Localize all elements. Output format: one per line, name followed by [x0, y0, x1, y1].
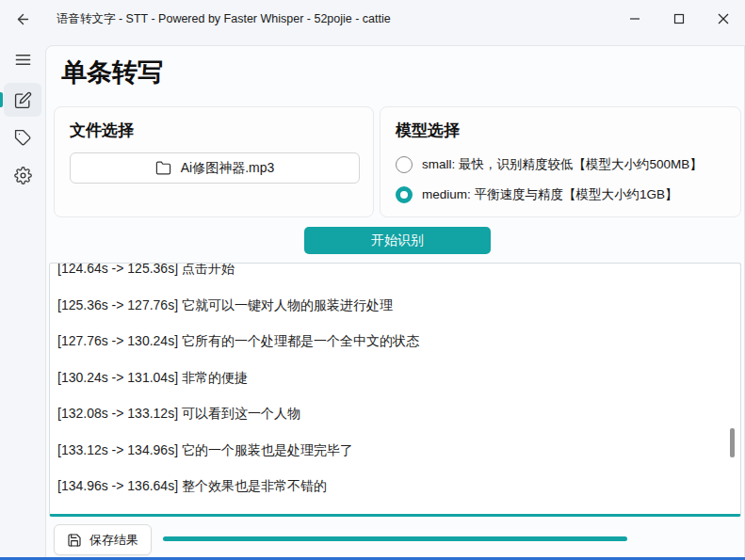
transcript-rows: [124.64s -> 125.36s] 点击开始 [125.36s -> 12… — [50, 263, 740, 505]
main-panel: 单条转写 文件选择 Ai修图神器.mp3 模型选择 small: 最快，识别精度… — [45, 45, 745, 560]
tag-icon — [14, 129, 32, 147]
transcript-row: [125.36s -> 127.76s] 它就可以一键对人物的服装进行处理 — [50, 288, 740, 325]
file-section-card: 文件选择 Ai修图神器.mp3 — [54, 106, 374, 217]
page-title: 单条转写 — [61, 56, 163, 89]
sidebar-item-tags[interactable] — [4, 120, 41, 154]
selected-file-name: Ai修图神器.mp3 — [181, 160, 275, 177]
window-title: 语音转文字 - STT - Powered by Faster Whisper … — [57, 0, 391, 38]
transcript-row: [133.12s -> 134.96s] 它的一个服装也是处理完毕了 — [50, 433, 740, 470]
progress-bar — [163, 536, 627, 541]
active-nav-indicator — [0, 92, 3, 107]
file-section-title: 文件选择 — [70, 120, 134, 141]
close-button[interactable] — [701, 0, 745, 38]
transcript-row: [124.64s -> 125.36s] 点击开始 — [50, 263, 740, 288]
transcript-row: [132.08s -> 133.12s] 可以看到这一个人物 — [50, 396, 740, 433]
transcript-row: [127.76s -> 130.24s] 它所有的一个处理都是一个全中文的状态 — [50, 324, 740, 360]
sidebar-item-transcribe[interactable] — [4, 83, 41, 117]
start-recognition-button[interactable]: 开始识别 — [304, 227, 491, 254]
minimize-icon — [629, 13, 640, 24]
save-button-label: 保存结果 — [89, 532, 138, 549]
radio-checked-icon[interactable] — [396, 186, 413, 203]
window-controls — [612, 0, 745, 38]
maximize-icon — [673, 13, 685, 24]
transcript-row: [134.96s -> 136.64s] 整个效果也是非常不错的 — [50, 469, 740, 505]
close-icon — [718, 13, 729, 24]
minimize-button[interactable] — [612, 0, 656, 38]
hamburger-icon — [14, 51, 32, 69]
model-section-card: 模型选择 small: 最快，识别精度较低【模型大小约500MB】 medium… — [380, 106, 741, 217]
scrollbar-thumb[interactable] — [730, 428, 735, 457]
folder-icon — [155, 160, 171, 176]
radio-unchecked-icon[interactable] — [396, 156, 413, 173]
radio-option-medium[interactable]: medium: 平衡速度与精度【模型大小约1GB】 — [396, 186, 678, 203]
transcript-row: [130.24s -> 131.04s] 非常的便捷 — [50, 360, 740, 397]
maximize-button[interactable] — [656, 0, 701, 38]
transcript-results-panel[interactable]: [124.64s -> 125.36s] 点击开始 [125.36s -> 12… — [49, 263, 741, 517]
sidebar — [0, 38, 45, 560]
titlebar: 语音转文字 - STT - Powered by Faster Whisper … — [0, 0, 745, 38]
edit-icon — [14, 91, 32, 109]
back-button[interactable] — [9, 7, 36, 31]
gear-icon — [14, 167, 32, 184]
file-select-button[interactable]: Ai修图神器.mp3 — [70, 152, 360, 184]
save-results-button[interactable]: 保存结果 — [54, 524, 152, 555]
radio-option-medium-label: medium: 平衡速度与精度【模型大小约1GB】 — [422, 186, 678, 203]
model-section-title: 模型选择 — [396, 120, 460, 141]
radio-option-small[interactable]: small: 最快，识别精度较低【模型大小约500MB】 — [396, 156, 703, 173]
save-icon — [67, 533, 82, 548]
back-arrow-icon — [15, 11, 31, 27]
sidebar-item-settings[interactable] — [4, 158, 41, 192]
radio-option-small-label: small: 最快，识别精度较低【模型大小约500MB】 — [422, 156, 703, 173]
menu-button[interactable] — [4, 45, 41, 73]
